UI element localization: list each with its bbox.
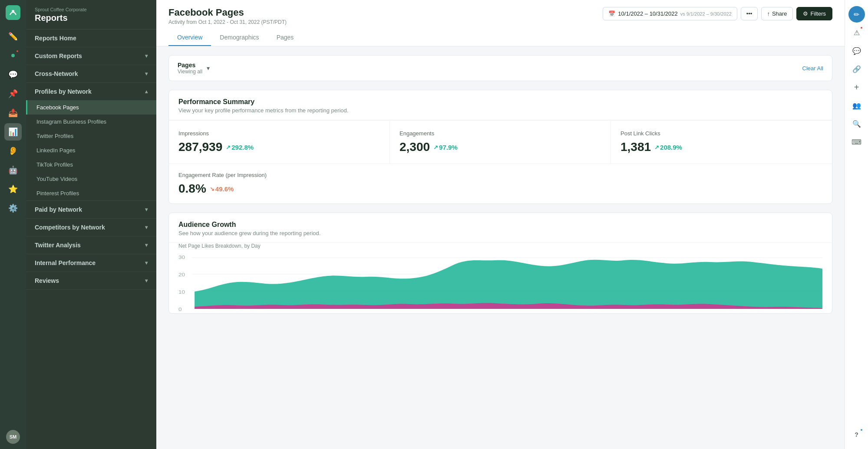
link-icon: 🔗 (852, 65, 861, 73)
performance-summary-subtitle: View your key profile performance metric… (178, 107, 822, 114)
sidebar-section-twitter-analysis: Twitter Analysis ▾ (26, 236, 156, 254)
tab-demographics[interactable]: Demographics (211, 29, 267, 46)
help-icon: ? (855, 431, 858, 438)
performance-summary-title: Performance Summary (178, 98, 822, 106)
sidebar-competitors-btn[interactable]: Competitors by Network ▾ (26, 219, 156, 236)
tab-overview[interactable]: Overview (168, 29, 211, 46)
impressions-value: 287,939 ↗ 292.8% (178, 140, 380, 154)
nav-messages[interactable]: 💬 (4, 66, 22, 83)
sidebar-item-facebook-pages[interactable]: Facebook Pages (26, 100, 156, 115)
clear-all-button[interactable]: Clear All (802, 65, 823, 72)
right-bar-add-button[interactable]: + (848, 79, 865, 95)
content-area: Pages Viewing all ▾ Clear All Performanc… (156, 46, 845, 449)
date-range-value: 10/1/2022 – 10/31/2022 (618, 10, 677, 17)
nav-send[interactable]: 📤 (4, 104, 22, 121)
sidebar-reviews-btn[interactable]: Reviews ▾ (26, 272, 156, 289)
chevron-custom-reports-icon: ▾ (145, 53, 148, 59)
chevron-internal-icon: ▾ (145, 260, 148, 266)
tab-pages[interactable]: Pages (268, 29, 303, 46)
post-link-clicks-label: Post Link Clicks (620, 130, 822, 137)
right-bar-help-button[interactable]: ? (848, 426, 865, 443)
metric-post-link-clicks: Post Link Clicks 1,381 ↗ 208.9% (611, 121, 832, 164)
sidebar-internal-performance-label: Internal Performance (35, 259, 96, 266)
sidebar-section-custom-reports: Custom Reports ▾ (26, 47, 156, 65)
compose-icon: ✏️ (8, 32, 18, 41)
audience-growth-header: Audience Growth See how your audience gr… (169, 213, 832, 243)
right-bar-search-button[interactable]: 🔍 (848, 115, 865, 132)
sidebar-custom-reports-btn[interactable]: Custom Reports ▾ (26, 47, 156, 65)
nav-analytics[interactable]: 📊 (4, 123, 22, 141)
right-bar-keyboard-button[interactable]: ⌨ (848, 134, 865, 150)
audience-growth-card: Audience Growth See how your audience gr… (168, 213, 832, 314)
app-logo[interactable] (6, 5, 20, 22)
add-icon: + (854, 82, 859, 92)
nav-publishing[interactable]: 📌 (4, 85, 22, 102)
svg-text:30: 30 (178, 255, 185, 260)
sidebar-profiles-by-network-label: Profiles by Network (35, 88, 92, 95)
dot1-icon (11, 54, 15, 57)
sidebar-item-twitter-profiles[interactable]: Twitter Profiles (26, 129, 156, 143)
date-range-button[interactable]: 📅 10/1/2022 – 10/31/2022 vs 9/1/2022 – 9… (603, 7, 737, 20)
send-icon: 📤 (8, 108, 18, 118)
sidebar-section-profiles-by-network: Profiles by Network ▴ Facebook Pages Ins… (26, 83, 156, 201)
filter-bar-left: Pages Viewing all ▾ (178, 62, 210, 75)
post-link-clicks-value: 1,381 ↗ 208.9% (620, 140, 822, 154)
sidebar-header: Sprout Coffee Corporate Reports (26, 0, 156, 29)
chevron-reviews-icon: ▾ (145, 278, 148, 284)
post-link-clicks-change: ↗ 208.9% (654, 144, 682, 151)
sidebar-item-linkedin-pages[interactable]: LinkedIn Pages (26, 143, 156, 157)
apps-icon: ⚙️ (8, 203, 18, 213)
chevron-twitter-icon: ▾ (145, 242, 148, 248)
right-bar-comment-button[interactable]: 💬 (848, 43, 865, 59)
sidebar-item-tiktok-profiles[interactable]: TikTok Profiles (26, 157, 156, 172)
bot-icon: 🤖 (8, 165, 18, 175)
filter-bar: Pages Viewing all ▾ Clear All (168, 55, 832, 81)
sidebar-item-youtube-videos[interactable]: YouTube Videos (26, 172, 156, 186)
chevron-profiles-icon: ▴ (145, 88, 148, 95)
share-button[interactable]: ↑ Share (761, 7, 792, 20)
calendar-icon: 📅 (608, 10, 615, 17)
sidebar-reports-home-btn[interactable]: Reports Home (26, 29, 156, 47)
sidebar-section-paid-by-network: Paid by Network ▾ (26, 201, 156, 219)
sidebar-section-competitors: Competitors by Network ▾ (26, 219, 156, 236)
filters-button[interactable]: ⚙ Filters (796, 7, 832, 20)
filter-label-group: Pages Viewing all (178, 62, 202, 75)
nav-listening[interactable]: 👂 (4, 142, 22, 160)
comment-icon: 💬 (852, 47, 861, 55)
filter-chevron-icon[interactable]: ▾ (207, 65, 210, 72)
sidebar-paid-by-network-btn[interactable]: Paid by Network ▾ (26, 201, 156, 218)
metric-impressions: Impressions 287,939 ↗ 292.8% (169, 121, 390, 164)
sidebar-twitter-analysis-btn[interactable]: Twitter Analysis ▾ (26, 236, 156, 254)
more-options-button[interactable]: ••• (741, 7, 758, 20)
right-bar-alert-button[interactable]: ⚠ (848, 24, 865, 41)
right-bar-link-button[interactable]: 🔗 (848, 61, 865, 77)
sidebar-internal-performance-btn[interactable]: Internal Performance ▾ (26, 254, 156, 272)
sidebar-cross-network-btn[interactable]: Cross-Network ▾ (26, 65, 156, 82)
page-subtitle: Activity from Oct 1, 2022 - Oct 31, 2022… (168, 19, 287, 25)
sidebar-section-reports-home: Reports Home (26, 29, 156, 47)
icon-bar: ✏️ 💬 📌 📤 📊 👂 🤖 ⭐ ⚙️ SM (0, 0, 26, 449)
user-avatar[interactable]: SM (6, 430, 20, 444)
page-title: Facebook Pages (168, 7, 287, 18)
publishing-icon: 📌 (8, 89, 18, 98)
tabs-bar: Overview Demographics Pages (168, 29, 832, 46)
chart-area: 30 20 10 0 (169, 252, 832, 313)
nav-compose[interactable]: ✏️ (4, 28, 22, 45)
svg-text:10: 10 (178, 289, 185, 295)
right-bar-people-button[interactable]: 👥 (848, 97, 865, 114)
chart-label: Net Page Likes Breakdown, by Day (169, 243, 832, 252)
sidebar-profiles-by-network-btn[interactable]: Profiles by Network ▴ (26, 83, 156, 100)
nav-apps[interactable]: ⚙️ (4, 200, 22, 217)
arrow-up-engagements-icon: ↗ (433, 144, 438, 151)
metrics-grid: Impressions 287,939 ↗ 292.8% Engagements… (169, 120, 832, 164)
performance-summary-header: Performance Summary View your key profil… (169, 90, 832, 120)
nav-dot1[interactable] (4, 47, 22, 64)
alert-icon: ⚠ (854, 29, 860, 37)
right-bar-edit-button[interactable]: ✏ (848, 6, 865, 23)
engagements-change: ↗ 97.9% (433, 144, 458, 151)
sidebar-item-instagram-business[interactable]: Instagram Business Profiles (26, 115, 156, 129)
star-icon: ⭐ (8, 184, 18, 194)
nav-bot[interactable]: 🤖 (4, 161, 22, 179)
nav-star[interactable]: ⭐ (4, 180, 22, 198)
sidebar-item-pinterest-profiles[interactable]: Pinterest Profiles (26, 186, 156, 200)
